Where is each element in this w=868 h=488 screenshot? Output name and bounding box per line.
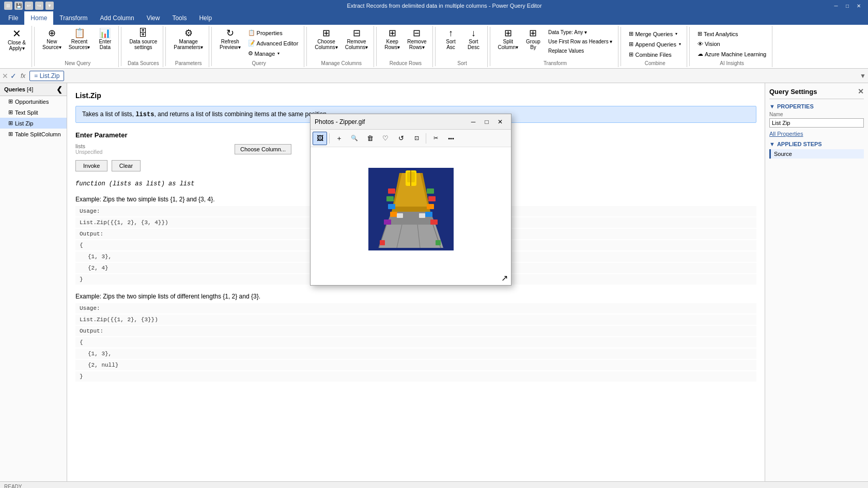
manage-button[interactable]: ⚙ Manage ▾ — [245, 49, 301, 58]
formula-expand-icon[interactable]: ▼ — [860, 72, 866, 80]
right-panel-close-button[interactable]: ✕ — [858, 87, 864, 96]
manage-parameters-button[interactable]: ⚙ ManageParameters▾ — [171, 27, 206, 52]
photo-crop-button[interactable]: ⊡ — [409, 132, 424, 145]
photo-rotate-button[interactable]: ↺ — [394, 132, 408, 145]
formula-cancel[interactable]: ✕ — [2, 72, 8, 80]
queries-panel: Queries [4] ❮ ⊞ Opportunities ⊞ Text Spl… — [0, 83, 67, 481]
manage-columns-group: ⊞ ChooseColumns▾ ⊟ RemoveColumns▾ Manage… — [309, 26, 374, 67]
photo-viewer-maximize-button[interactable]: □ — [480, 116, 493, 128]
close-button[interactable]: ✕ — [854, 2, 864, 10]
applied-steps-chevron-icon: ▼ — [769, 141, 775, 147]
sort-desc-icon: ↓ — [471, 28, 476, 38]
query-group-label: Query — [217, 59, 301, 66]
reduce-rows-label: Reduce Rows — [382, 59, 429, 66]
data-source-settings-button[interactable]: 🗄 Data sourcesettings — [127, 27, 160, 52]
sort-desc-button[interactable]: ↓ SortDesc — [463, 27, 484, 52]
photo-heart-button[interactable]: ♡ — [378, 132, 393, 145]
svg-rect-9 — [386, 196, 394, 201]
transform-group-label: Transform — [495, 59, 615, 66]
all-properties-link[interactable]: All Properties — [769, 131, 864, 137]
data-sources-label: Data Sources — [127, 59, 160, 66]
queries-collapse-button[interactable]: ❮ — [56, 85, 63, 93]
merge-queries-button[interactable]: ⊞ Merge Queries ▾ — [626, 29, 684, 39]
azure-ml-button[interactable]: ☁ Azure Machine Learning — [695, 49, 769, 59]
refresh-preview-button[interactable]: ↻ RefreshPreview▾ — [217, 27, 243, 52]
append-queries-button[interactable]: ⊞ Append Queries ▾ — [626, 39, 684, 49]
photo-delete-button[interactable]: 🗑 — [363, 132, 377, 145]
param-subtext: Unspecified — [75, 149, 230, 155]
svg-rect-11 — [390, 212, 397, 217]
tab-file[interactable]: File — [2, 11, 24, 25]
reduce-rows-group: ⊞ KeepRows▾ ⊟ RemoveRows▾ Reduce Rows — [379, 26, 432, 67]
split-column-button[interactable]: ⊞ SplitColumn▾ — [495, 27, 521, 52]
tab-add-column[interactable]: Add Column — [94, 11, 141, 25]
tab-view[interactable]: View — [141, 11, 166, 25]
new-query-label: New Query — [40, 59, 115, 66]
tab-help[interactable]: Help — [193, 11, 218, 25]
clear-button[interactable]: Clear — [112, 160, 141, 171]
step-source[interactable]: Source — [769, 149, 864, 159]
invoke-button[interactable]: Invoke — [75, 160, 107, 171]
undo-icon[interactable]: ↩ — [25, 2, 33, 10]
photo-zoom-add-button[interactable]: ＋ — [332, 132, 346, 145]
sidebar-item-table-splitcolumn[interactable]: ⊞ Table SplitColumn — [0, 129, 67, 139]
sort-asc-button[interactable]: ↑ SortAsc — [441, 27, 461, 52]
close-apply-icon: ✕ — [12, 28, 21, 39]
merge-icon: ⊞ — [629, 30, 633, 37]
sidebar-item-text-split[interactable]: ⊞ Text Split — [0, 107, 67, 118]
tab-tools[interactable]: Tools — [166, 11, 193, 25]
group-by-button[interactable]: ⊞ GroupBy — [523, 27, 544, 52]
example-2-title: Example: Zips the two simple lists of di… — [75, 293, 756, 300]
content-desc-code: lists — [135, 111, 154, 118]
sort-asc-icon: ↑ — [448, 28, 453, 38]
new-source-button[interactable]: ⊕ NewSource▾ — [40, 27, 64, 52]
maximize-button[interactable]: □ — [842, 2, 853, 10]
sort-label: Sort — [441, 59, 484, 66]
photo-more-button[interactable]: ••• — [444, 132, 458, 145]
combine-files-button[interactable]: ⊞ Combine Files — [626, 50, 684, 59]
enter-data-button[interactable]: 📊 EnterData — [95, 27, 115, 52]
name-input[interactable] — [769, 118, 864, 128]
keep-rows-button[interactable]: ⊞ KeepRows▾ — [382, 27, 402, 52]
replace-values-button[interactable]: Replace Values — [546, 46, 615, 55]
keep-rows-icon: ⊞ — [389, 28, 396, 38]
dropdown-icon[interactable]: ▼ — [45, 2, 54, 10]
recent-sources-button[interactable]: 📋 RecentSources▾ — [66, 27, 93, 52]
properties-button[interactable]: 📋 Properties — [245, 28, 301, 38]
advanced-editor-button[interactable]: 📝 Advanced Editor — [245, 38, 301, 48]
remove-columns-button[interactable]: ⊟ RemoveColumns▾ — [343, 27, 370, 52]
title-bar-icons: ⊞ 💾 ↩ ↪ ▼ — [4, 2, 54, 10]
sidebar-item-opportunities[interactable]: ⊞ Opportunities — [0, 96, 67, 107]
photo-edit-button[interactable]: ✂ — [428, 132, 443, 145]
formula-input[interactable]: = List.Zip — [29, 71, 64, 81]
tab-home[interactable]: Home — [24, 11, 53, 25]
photo-zoom-in-button[interactable]: 🔍 — [347, 132, 362, 145]
choose-columns-button[interactable]: ⊞ ChooseColumns▾ — [312, 27, 340, 52]
sidebar-item-list-zip[interactable]: ⊞ List Zip — [0, 118, 67, 129]
choose-column-button[interactable]: Choose Column... — [235, 144, 291, 154]
photo-viewer-close-button[interactable]: ✕ — [493, 116, 507, 128]
close-apply-button[interactable]: ✕ Close &Apply▾ — [5, 27, 28, 53]
window-controls: ─ □ ✕ — [831, 2, 864, 10]
right-panel: Query Settings ✕ ▼ PROPERTIES Name All P… — [765, 83, 868, 481]
redo-icon[interactable]: ↪ — [35, 2, 43, 10]
function-sig-code: function (lists as list) as list — [75, 180, 194, 187]
photo-viewer-footer: ↗ — [311, 271, 511, 285]
photo-view-button[interactable]: 🖼 — [313, 132, 327, 145]
use-first-row-button[interactable]: Use First Row as Headers ▾ — [546, 37, 615, 46]
photo-viewer-window: Photos - Zipper.gif ─ □ ✕ 🖼 ＋ 🔍 🗑 ♡ ↺ ⊡ … — [310, 114, 512, 286]
group-by-icon: ⊞ — [529, 28, 537, 38]
photo-expand-button[interactable]: ↗ — [501, 273, 508, 283]
text-analytics-button[interactable]: ⊞ Text Analytics — [695, 29, 769, 39]
minimize-button[interactable]: ─ — [831, 2, 841, 10]
example-2-output-line-3: {2, null} — [75, 360, 756, 370]
formula-confirm[interactable]: ✓ — [10, 72, 17, 80]
tab-transform[interactable]: Transform — [53, 11, 94, 25]
example-2-usage-code: List.Zip({{1, 2}, {3}}) — [75, 314, 756, 325]
remove-rows-button[interactable]: ⊟ RemoveRows▾ — [405, 27, 429, 52]
vision-button[interactable]: 👁 Vision — [695, 39, 769, 49]
window-title: Extract Records from delimited data in m… — [58, 3, 831, 9]
data-type-button[interactable]: Data Type: Any ▾ — [546, 28, 615, 37]
save-icon[interactable]: 💾 — [14, 2, 23, 10]
photo-viewer-minimize-button[interactable]: ─ — [467, 116, 480, 128]
